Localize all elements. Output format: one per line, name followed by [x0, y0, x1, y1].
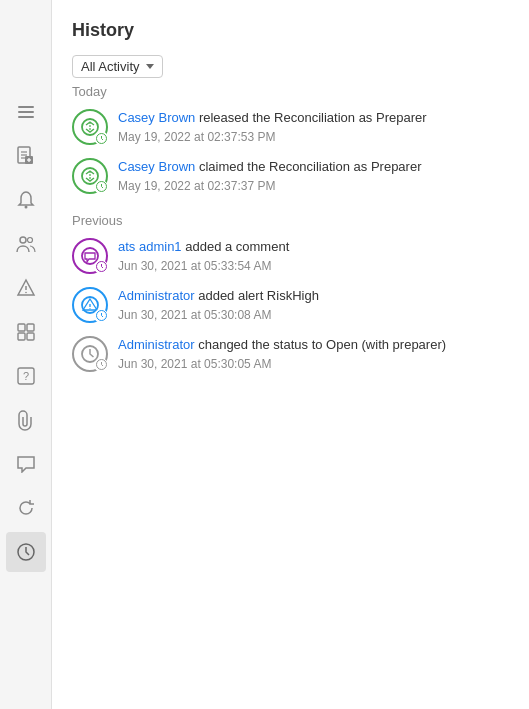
- activity-action: claimed the Reconciliation as Preparer: [195, 159, 421, 174]
- list-icon: [16, 102, 36, 122]
- svg-rect-18: [27, 333, 34, 340]
- activity-icon-blue: [72, 287, 108, 323]
- bell-icon: [17, 190, 35, 210]
- activity-description: Administrator changed the status to Open…: [118, 336, 509, 354]
- activity-user[interactable]: Administrator: [118, 337, 195, 352]
- question-icon: ?: [17, 367, 35, 385]
- activity-item: Casey Brown claimed the Reconciliation a…: [72, 158, 509, 195]
- activity-icon-purple: [72, 238, 108, 274]
- paperclip-icon: [18, 409, 34, 431]
- people-icon: [15, 235, 37, 253]
- grid-icon: [17, 323, 35, 341]
- activity-description: ats admin1 added a comment: [118, 238, 509, 256]
- warning-icon: [16, 278, 36, 298]
- sidebar-item-grid[interactable]: [6, 312, 46, 352]
- clock-badge-icon: [94, 260, 108, 274]
- clock-badge-icon: [94, 358, 108, 372]
- activity-list: ats admin1 added a commentJun 30, 2021 a…: [72, 238, 509, 373]
- activity-icon-green: [72, 158, 108, 194]
- svg-rect-1: [18, 111, 34, 113]
- activity-timestamp: Jun 30, 2021 at 05:33:54 AM: [118, 258, 509, 275]
- activity-timestamp: Jun 30, 2021 at 05:30:05 AM: [118, 356, 509, 373]
- activity-text: Administrator changed the status to Open…: [118, 336, 509, 373]
- sidebar-item-list[interactable]: [6, 92, 46, 132]
- sidebar-item-comment[interactable]: [6, 444, 46, 484]
- section-label: Previous: [72, 213, 509, 228]
- sidebar-item-question[interactable]: ?: [6, 356, 46, 396]
- svg-rect-15: [18, 324, 25, 331]
- svg-point-14: [25, 292, 27, 294]
- sections-container: Today Casey Brown released the Reconcili…: [72, 84, 509, 373]
- svg-point-11: [20, 237, 26, 243]
- chevron-down-icon: [146, 64, 154, 69]
- activity-item: Administrator changed the status to Open…: [72, 336, 509, 373]
- sidebar-item-people[interactable]: [6, 224, 46, 264]
- activity-action: changed the status to Open (with prepare…: [195, 337, 446, 352]
- activity-list: Casey Brown released the Reconciliation …: [72, 109, 509, 195]
- activity-text: Casey Brown claimed the Reconciliation a…: [118, 158, 509, 195]
- svg-point-32: [89, 308, 90, 309]
- activity-item: Casey Brown released the Reconciliation …: [72, 109, 509, 146]
- section-previous: Previous ats admin1 added a commentJun 3…: [72, 213, 509, 373]
- filter-label: All Activity: [81, 59, 140, 74]
- activity-action: added alert RiskHigh: [195, 288, 319, 303]
- activity-user[interactable]: Administrator: [118, 288, 195, 303]
- sidebar-item-warning[interactable]: [6, 268, 46, 308]
- main-content: History All Activity Today Casey Brown r…: [52, 0, 529, 709]
- activity-text: Administrator added alert RiskHighJun 30…: [118, 287, 509, 324]
- sidebar-item-bell[interactable]: [6, 180, 46, 220]
- svg-rect-17: [18, 333, 25, 340]
- activity-text: ats admin1 added a commentJun 30, 2021 a…: [118, 238, 509, 275]
- clock-badge-icon: [94, 131, 108, 145]
- svg-text:?: ?: [22, 370, 28, 382]
- activity-user[interactable]: Casey Brown: [118, 110, 195, 125]
- sidebar-item-history[interactable]: [6, 532, 46, 572]
- document-icon: [17, 146, 35, 166]
- activity-timestamp: Jun 30, 2021 at 05:30:08 AM: [118, 307, 509, 324]
- section-today: Today Casey Brown released the Reconcili…: [72, 84, 509, 195]
- activity-item: ats admin1 added a commentJun 30, 2021 a…: [72, 238, 509, 275]
- activity-item: Administrator added alert RiskHighJun 30…: [72, 287, 509, 324]
- page-title: History: [72, 20, 509, 41]
- section-label: Today: [72, 84, 509, 99]
- history-icon: [16, 542, 36, 562]
- svg-point-12: [27, 238, 32, 243]
- activity-timestamp: May 19, 2022 at 02:37:37 PM: [118, 178, 509, 195]
- activity-action: released the Reconciliation as Preparer: [195, 110, 426, 125]
- filter-dropdown[interactable]: All Activity: [72, 55, 163, 78]
- svg-rect-16: [27, 324, 34, 331]
- sidebar-item-paperclip[interactable]: [6, 400, 46, 440]
- activity-user[interactable]: ats admin1: [118, 239, 182, 254]
- svg-rect-0: [18, 106, 34, 108]
- activity-icon-gray: [72, 336, 108, 372]
- sidebar: ?: [0, 0, 52, 709]
- sidebar-item-refresh[interactable]: [6, 488, 46, 528]
- activity-icon-green: [72, 109, 108, 145]
- activity-user[interactable]: Casey Brown: [118, 159, 195, 174]
- comment-icon: [16, 455, 36, 473]
- filter-row: All Activity: [72, 55, 509, 78]
- clock-badge-icon: [94, 309, 108, 323]
- activity-description: Casey Brown released the Reconciliation …: [118, 109, 509, 127]
- activity-action: added a comment: [182, 239, 290, 254]
- activity-text: Casey Brown released the Reconciliation …: [118, 109, 509, 146]
- refresh-icon: [16, 498, 36, 518]
- sidebar-item-document[interactable]: [6, 136, 46, 176]
- clock-badge-icon: [94, 180, 108, 194]
- activity-description: Casey Brown claimed the Reconciliation a…: [118, 158, 509, 176]
- svg-rect-2: [18, 116, 34, 118]
- activity-timestamp: May 19, 2022 at 02:37:53 PM: [118, 129, 509, 146]
- svg-point-10: [24, 206, 27, 209]
- activity-description: Administrator added alert RiskHigh: [118, 287, 509, 305]
